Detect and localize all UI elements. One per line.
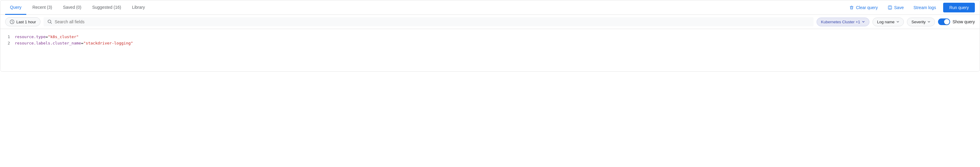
query-line-1: 1 resource.type="k8s_cluster" [5,34,975,40]
show-query-label: Show query [953,19,975,24]
log-name-filter-label: Log name [877,20,894,24]
tab-bar: Query Recent (3) Saved (0) Suggested (16… [0,0,980,15]
severity-filter-label: Severity [912,20,926,24]
run-query-label: Run query [949,5,969,10]
time-filter-label: Last 1 hour [16,20,36,24]
save-icon [888,5,892,10]
token-prefix-1: resource. [15,34,36,39]
kubernetes-filter-button[interactable]: Kubernetes Cluster +1 [816,18,870,26]
stream-logs-button[interactable]: Stream logs [911,3,939,12]
token-key-2: labels.cluster_name [36,41,81,45]
tabs-left: Query Recent (3) Saved (0) Suggested (16… [5,0,150,14]
token-op-2: = [81,41,83,45]
tab-recent-label: Recent (3) [32,5,52,10]
search-input[interactable] [55,19,810,24]
severity-filter-button[interactable]: Severity [907,18,935,26]
token-value-2: "stackdriver-logging" [83,41,133,45]
log-name-filter-button[interactable]: Log name [872,18,904,26]
tab-saved[interactable]: Saved (0) [58,1,86,15]
tab-recent[interactable]: Recent (3) [27,1,57,15]
run-query-button[interactable]: Run query [943,3,975,13]
tab-query[interactable]: Query [5,1,26,15]
line-content-1: resource.type="k8s_cluster" [15,34,78,40]
svg-rect-6 [889,8,891,9]
line-content-2: resource.labels.cluster_name="stackdrive… [15,40,133,47]
severity-chevron-icon [928,20,931,23]
toolbar-right: Clear query Save Stream logs Run query [847,3,975,13]
tab-library[interactable]: Library [127,1,150,15]
token-value-1: "k8s_cluster" [48,34,79,39]
search-icon [48,19,52,24]
line-number-1: 1 [5,34,10,40]
chevron-down-icon [862,20,865,23]
svg-rect-1 [851,6,853,6]
stream-logs-label: Stream logs [913,5,936,10]
token-prefix-2: resource. [15,41,36,45]
token-op-1: = [46,34,48,39]
show-query-toggle[interactable] [938,18,950,25]
tab-saved-label: Saved (0) [63,5,81,10]
filter-bar: Last 1 hour Kubernetes Cluster +1 Log na… [0,15,980,29]
tab-query-label: Query [10,5,21,10]
trash-icon [849,5,854,10]
query-line-2: 2 resource.labels.cluster_name="stackdri… [5,40,975,47]
clear-query-label: Clear query [856,5,878,10]
line-number-2: 2 [5,40,10,47]
search-bar[interactable] [43,17,813,26]
log-name-chevron-icon [896,20,899,23]
tab-suggested-label: Suggested (16) [92,5,121,10]
show-query-toggle-wrapper[interactable]: Show query [938,18,975,25]
toggle-knob [944,19,950,24]
clear-query-button[interactable]: Clear query [847,3,880,12]
save-label: Save [894,5,904,10]
tab-suggested[interactable]: Suggested (16) [87,1,126,15]
clock-icon [10,19,14,24]
query-editor[interactable]: 1 resource.type="k8s_cluster" 2 resource… [0,29,980,71]
tab-library-label: Library [132,5,145,10]
time-filter-button[interactable]: Last 1 hour [5,17,40,26]
save-button[interactable]: Save [885,3,906,12]
kubernetes-filter-label: Kubernetes Cluster +1 [821,20,861,24]
svg-point-8 [48,20,51,23]
main-container: Query Recent (3) Saved (0) Suggested (16… [0,0,980,72]
svg-rect-5 [889,6,891,7]
token-key-1: type [36,34,45,39]
